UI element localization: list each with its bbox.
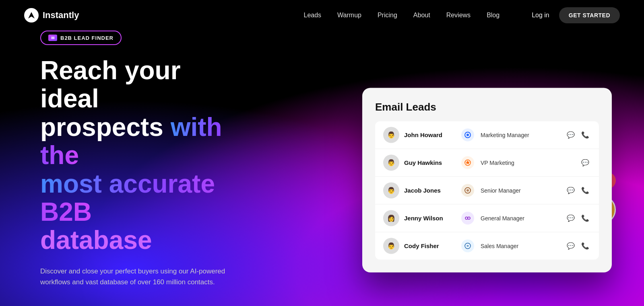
logo-icon [24,8,39,23]
b2b-badge: ✉ B2B LEAD FINDER [40,31,122,45]
chat-icon[interactable]: 💬 [565,241,576,251]
hero-section: ✉ B2B LEAD FINDER Reach your ideal prosp… [0,31,644,306]
lead-role: Sales Manager [481,242,560,249]
lead-name: Guy Hawkins [404,159,456,166]
role-icon [461,128,474,141]
table-row: 👨 Jacob Jones Senior Manager 💬 📞 [375,177,599,204]
nav-leads[interactable]: Leads [303,12,321,18]
hero-title-line3: most accurate B2B [40,169,215,226]
avatar: 👩 [383,210,399,226]
nav-pricing[interactable]: Pricing [378,12,397,18]
table-row: 👨 Cody Fisher Sales Manager 💬 📞 [375,232,599,259]
lead-name: Cody Fisher [404,242,456,249]
table-row: 👨 Guy Hawkins VP Marketing 💬 [375,149,599,177]
lead-name: Jenny Wilson [404,215,456,222]
chat-icon[interactable]: 💬 [565,130,576,140]
hero-description: Discover and close your perfect buyers u… [40,266,242,288]
svg-marker-0 [28,12,35,18]
hero-title-line1: Reach your ideal [40,56,181,113]
svg-point-7 [468,217,470,219]
lead-actions: 💬 [580,158,591,167]
dashboard-card: Email Leads 👨 John Howard Marketing Mana… [362,88,612,272]
chat-icon[interactable]: 💬 [565,185,576,195]
lead-actions: 💬 📞 [565,130,591,140]
logo[interactable]: Instantly [24,8,79,23]
get-started-button[interactable]: GET STARTED [559,7,620,23]
avatar: 👨 [383,127,399,143]
badge-text: B2B LEAD FINDER [60,35,114,41]
phone-icon[interactable]: 📞 [580,130,591,140]
navbar: Instantly Leads Warmup Pricing About Rev… [0,0,644,31]
svg-point-5 [466,189,469,191]
lead-name: John Howard [404,131,456,138]
dashboard-title: Email Leads [375,101,599,113]
avatar: 👨 [383,154,399,170]
avatar: 👨 [383,238,399,254]
hero-title: Reach your ideal prospects with the most… [40,56,242,255]
lead-role: Marketing Manager [481,131,560,138]
lead-name: Jacob Jones [404,187,456,194]
role-icon [461,156,474,169]
role-icon [461,239,474,252]
table-row: 👩 Jenny Wilson General Manager 💬 📞 [375,204,599,232]
svg-point-6 [465,217,468,219]
nav-warmup[interactable]: Warmup [337,12,361,18]
chat-icon[interactable]: 💬 [565,213,576,223]
lead-actions: 💬 📞 [565,213,591,223]
nav-blog[interactable]: Blog [487,12,500,18]
lead-role: VP Marketing [481,159,575,166]
lead-actions: 💬 📞 [565,185,591,195]
leads-list: 👨 John Howard Marketing Manager 💬 📞 👨 Gu… [375,121,599,259]
lead-role: Senior Manager [481,187,560,193]
chat-icon[interactable]: 💬 [580,158,591,167]
nav-reviews[interactable]: Reviews [446,12,471,18]
role-icon [461,212,474,224]
lead-actions: 💬 📞 [565,241,591,251]
phone-icon[interactable]: 📞 [580,241,591,251]
phone-icon[interactable]: 📞 [580,185,591,195]
login-link[interactable]: Log in [532,12,549,19]
table-row: 👨 John Howard Marketing Manager 💬 📞 [375,121,599,149]
nav-right: Log in GET STARTED [532,7,620,23]
hero-visual: 🔍 C - LEVEL 🔍 SAAS 🔍 50M+ REVENUE 👨‍💼 Em… [362,88,612,272]
nav-about[interactable]: About [413,12,430,18]
role-icon [461,184,474,197]
avatar: 👨 [383,182,399,198]
lead-role: General Manager [481,215,560,221]
phone-icon[interactable]: 📞 [580,213,591,223]
hero-title-purple: database [40,226,152,255]
nav-links: Leads Warmup Pricing About Reviews Blog [303,12,500,19]
hero-content: ✉ B2B LEAD FINDER Reach your ideal prosp… [0,31,282,306]
svg-point-2 [466,133,469,136]
logo-text: Instantly [43,10,79,21]
hero-title-line2: prospects [40,113,171,142]
badge-email-icon: ✉ [48,35,57,41]
